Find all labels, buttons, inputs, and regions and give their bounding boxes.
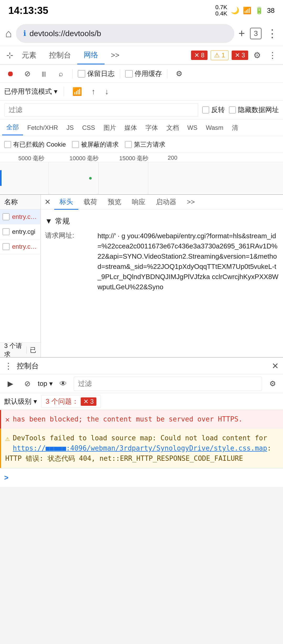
tab-count[interactable]: 3 [250, 28, 262, 39]
tab-elements[interactable]: 元素 [15, 47, 43, 64]
filter-row: 反转 隐藏数据网址 [0, 101, 283, 119]
warn-msg-icon-1: ⚠ [5, 433, 10, 444]
resource-tab-doc[interactable]: 文档 [162, 120, 183, 135]
tab-more[interactable]: >> [105, 47, 126, 63]
battery-icon: 🔋 [255, 7, 263, 15]
reverse-filter-checkbox[interactable] [202, 107, 209, 113]
details-tab-payload[interactable]: 载荷 [78, 195, 102, 209]
request-name-1: entry.cgi [12, 228, 38, 235]
console-close-button[interactable]: ✕ [272, 361, 279, 371]
browser-menu-icon[interactable]: ⋮ [267, 27, 278, 40]
request-name-2: entry.cgi... [12, 243, 38, 250]
top-context-label: top [38, 380, 47, 388]
search-button[interactable]: ⌕ [55, 68, 67, 80]
disable-cache-label[interactable]: 停用缓存 [125, 69, 162, 78]
console-clear-button[interactable]: ⊘ [21, 377, 34, 390]
hide-data-checkbox[interactable] [229, 107, 236, 113]
resource-type-tabs: 全部 Fetch/XHR JS CSS 图片 媒体 字体 文档 WS Wasm … [0, 119, 283, 136]
devtools-settings-icon[interactable]: ⚙ [251, 48, 263, 62]
issues-count-badge: ✕ 3 [81, 397, 96, 406]
request-item-2[interactable]: entry.cgi... [0, 239, 40, 254]
resource-tab-media[interactable]: 媒体 [120, 120, 141, 135]
throttle-chevron-icon: ▾ [54, 87, 57, 96]
console-play-button[interactable]: ▶ [4, 377, 17, 390]
request-url-label: 请求网址: [45, 231, 97, 292]
console-filter-input[interactable] [74, 377, 262, 391]
request-checkbox-0[interactable] [3, 213, 9, 220]
console-prompt: > [4, 474, 8, 482]
info-icon: ℹ [23, 29, 26, 38]
warn-count: 1 [221, 52, 225, 59]
upload-icon[interactable]: ↑ [89, 85, 97, 98]
console-eye-button[interactable]: 👁 [57, 377, 69, 390]
resource-tab-font[interactable]: 字体 [141, 120, 162, 135]
general-section-header[interactable]: ▼ 常规 [45, 214, 279, 229]
blocked-cookies-label[interactable]: 有已拦截的 Cookie [4, 140, 66, 149]
blocked-requests-checkbox[interactable] [72, 141, 79, 148]
resource-tab-wasm[interactable]: Wasm [202, 121, 227, 135]
console-input[interactable] [12, 474, 279, 482]
details-tab-headers[interactable]: 标头 [54, 195, 78, 210]
blocked-requests-label[interactable]: 被屏蔽的请求 [72, 140, 119, 149]
download-icon[interactable]: ↓ [103, 85, 111, 98]
details-tab-response[interactable]: 响应 [127, 195, 151, 209]
new-tab-icon[interactable]: + [238, 27, 245, 40]
filter-input[interactable] [4, 103, 198, 117]
preserve-log-label[interactable]: 保留日志 [78, 69, 115, 78]
log-level-select[interactable]: 默认级别 ▾ [4, 397, 37, 406]
main-split: 名称 entry.cgi... entry.cgi entry.cgi... 3… [0, 195, 283, 357]
wifi-offline-icon[interactable]: 📶 [70, 85, 84, 98]
resource-tab-fetch[interactable]: Fetch/XHR [23, 121, 62, 135]
details-close-button[interactable]: ✕ [41, 196, 54, 208]
source-map-link[interactable]: https://■■■■■:4096/webman/3rdparty/Synol… [13, 444, 267, 452]
tab-network[interactable]: 网络 [77, 46, 105, 64]
battery-level: 38 [267, 7, 275, 15]
footer-separator [26, 346, 27, 354]
details-content: ▼ 常规 请求网址: http://’ · g you:4096/webapi/… [41, 209, 283, 357]
resource-tab-ws[interactable]: WS [183, 121, 202, 135]
resource-tab-all[interactable]: 全部 [2, 120, 23, 135]
console-toolbar2: 默认级别 ▾ 3 个问题： ✕ 3 [0, 393, 283, 410]
issues-badge[interactable]: 3 个问题： ✕ 3 [41, 395, 101, 408]
tab-console[interactable]: 控制台 [43, 47, 77, 64]
timeline-grid [0, 162, 283, 194]
status-icons: 0.7K 0.4K 🌙 📶 🔋 38 [215, 4, 275, 17]
resource-tab-js[interactable]: JS [62, 121, 78, 135]
home-icon[interactable]: ⌂ [5, 27, 12, 40]
warn-badge: ⚠ 1 [211, 50, 228, 60]
request-checkbox-2[interactable] [3, 243, 9, 250]
resource-tab-img[interactable]: 图片 [99, 120, 120, 135]
third-party-label[interactable]: 第三方请求 [125, 140, 165, 149]
request-item-0[interactable]: entry.cgi... [0, 209, 40, 224]
timeline-dot [89, 177, 92, 180]
console-context-select[interactable]: top ▾ [38, 380, 53, 388]
resource-tab-clear[interactable]: 清 [228, 120, 242, 135]
throttle-select[interactable]: 已停用节流模式 ▾ [4, 87, 57, 96]
devtools-cursor-icon[interactable]: ⊹ [4, 48, 15, 62]
console-settings-button[interactable]: ⚙ [266, 377, 279, 390]
request-item-1[interactable]: entry.cgi [0, 224, 40, 239]
resource-tab-css[interactable]: CSS [78, 121, 99, 135]
blocked-cookies-checkbox[interactable] [4, 141, 11, 148]
devtools-tab-bar: ⊹ 元素 控制台 网络 >> ✕ 8 ⚠ 1 ✕ 3 ⚙ ⋮ [0, 46, 283, 65]
log-level-chevron-icon: ▾ [34, 397, 37, 406]
details-tab-preview[interactable]: 预览 [102, 195, 127, 209]
details-tab-initiator[interactable]: 启动器 [151, 195, 182, 209]
console-messages: ✕ has been blocked; the content must be … [0, 410, 283, 468]
filter-button[interactable]: ⫼ [38, 68, 50, 80]
network-settings-button[interactable]: ⚙ [173, 68, 185, 80]
request-checkbox-1[interactable] [3, 228, 9, 235]
preserve-log-checkbox[interactable] [78, 70, 85, 77]
hide-data-label[interactable]: 隐藏数据网址 [229, 105, 279, 114]
console-header: ⋮ 控制台 ✕ [0, 358, 283, 374]
reverse-filter-label[interactable]: 反转 [202, 105, 225, 114]
third-party-checkbox[interactable] [125, 141, 132, 148]
record-button[interactable]: ⏺ [4, 68, 17, 80]
timeline-vline-1 [48, 162, 49, 194]
disable-cache-checkbox[interactable] [125, 70, 133, 77]
devtools-more-icon[interactable]: ⋮ [266, 48, 279, 62]
details-tab-more[interactable]: >> [182, 195, 200, 209]
url-bar[interactable]: ℹ devtools://devtools/b [16, 24, 234, 43]
clear-button[interactable]: ⊘ [21, 68, 34, 80]
timeline-vline-3 [148, 162, 148, 194]
